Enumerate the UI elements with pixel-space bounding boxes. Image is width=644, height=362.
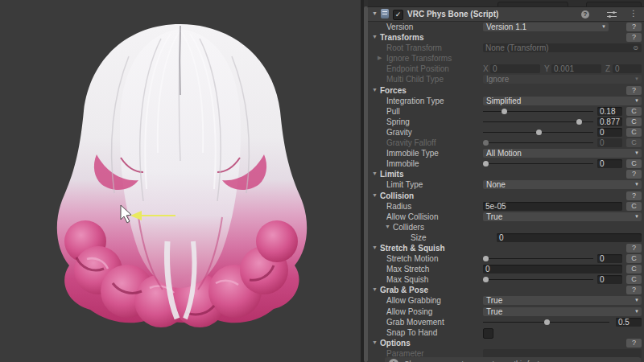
component-header[interactable]: ▼ ✓ VRC Phys Bone (Script) ? ⋮ xyxy=(368,7,644,22)
gravity-falloff-value-field: 0 xyxy=(597,138,622,147)
pull-slider[interactable] xyxy=(483,107,593,116)
foldout-icon[interactable]: ▼ xyxy=(372,34,378,39)
curve-button[interactable]: C xyxy=(626,202,642,211)
foldout-icon[interactable]: ▼ xyxy=(372,192,378,198)
endpoint-z-field[interactable]: 0 xyxy=(613,64,642,73)
partial-field xyxy=(497,2,568,7)
curve-button[interactable]: C xyxy=(626,275,642,284)
chevron-down-icon: ▼ xyxy=(634,75,639,84)
foldout-icon[interactable]: ▼ xyxy=(372,286,378,292)
row-pull: Pull 0.18 C xyxy=(368,106,644,117)
foldout-icon[interactable]: ▼ xyxy=(372,245,378,250)
grab-movement-slider[interactable] xyxy=(483,318,609,327)
help-button[interactable]: ? xyxy=(626,339,642,348)
immobile-value-field[interactable]: 0 xyxy=(597,159,622,168)
presets-icon[interactable] xyxy=(607,11,617,18)
help-button[interactable]: ? xyxy=(626,23,642,31)
unity-editor-window: ▼ ✓ VRC Phys Bone (Script) ? ⋮ Version V… xyxy=(0,0,644,362)
info-icon: ! xyxy=(389,359,398,362)
info-box: ! Choose a parameter name to use this fe… xyxy=(385,357,641,362)
curve-button[interactable]: C xyxy=(626,254,642,263)
colliders-size-field[interactable]: 0 xyxy=(497,233,642,242)
pull-value-field[interactable]: 0.18 xyxy=(597,107,622,116)
kebab-menu-icon[interactable]: ⋮ xyxy=(630,9,638,18)
endpoint-x-field[interactable]: 0 xyxy=(490,64,540,73)
row-immobile: Immobile 0 C xyxy=(368,158,644,169)
foldout-icon[interactable]: ▼ xyxy=(385,224,390,229)
stretch-motion-slider[interactable] xyxy=(483,254,593,263)
foldout-icon[interactable]: ▼ xyxy=(372,87,378,93)
row-allow-collision: Allow Collision True ▼ xyxy=(368,212,644,222)
chevron-down-icon: ▼ xyxy=(634,307,639,316)
row-max-squish: Max Squish 0 C xyxy=(368,274,644,285)
limit-type-dropdown[interactable]: None ▼ xyxy=(483,180,642,189)
max-squish-slider[interactable] xyxy=(483,275,593,284)
partial-field xyxy=(586,2,642,7)
object-picker-icon[interactable]: ⊙ xyxy=(633,43,638,52)
section-limits: ▼ Limits ? xyxy=(368,169,644,179)
version-dropdown[interactable]: Version 1.1 ▼ xyxy=(483,23,609,31)
help-button[interactable]: ? xyxy=(626,286,642,294)
curve-button[interactable]: C xyxy=(626,265,642,274)
section-transforms: ▼ Transforms ? xyxy=(368,32,644,43)
component-title: VRC Phys Bone (Script) xyxy=(407,10,498,19)
help-button[interactable]: ? xyxy=(626,170,642,179)
row-immobile-type: Immobile Type All Motion ▼ xyxy=(368,148,644,158)
allow-posing-dropdown[interactable]: True ▼ xyxy=(483,307,642,316)
grab-movement-value-field[interactable]: 0.5 xyxy=(616,318,642,327)
gravity-slider[interactable] xyxy=(483,128,593,137)
allow-collision-dropdown[interactable]: True ▼ xyxy=(483,212,642,221)
row-gravity: Gravity 0 C xyxy=(368,127,644,138)
row-version: Version Version 1.1 ▼ ? xyxy=(368,22,644,32)
spring-value-field[interactable]: 0.877 xyxy=(597,117,622,126)
section-forces: ▼ Forces ? xyxy=(368,85,644,96)
help-button[interactable]: ? xyxy=(626,191,642,200)
foldout-icon[interactable]: ▼ xyxy=(372,339,378,345)
immobile-type-dropdown[interactable]: All Motion ▼ xyxy=(483,149,642,158)
section-stretch-squish: ▼ Stretch & Squish ? xyxy=(368,243,644,253)
root-transform-object-field[interactable]: None (Transform) ⊙ xyxy=(483,43,642,52)
immobile-slider[interactable] xyxy=(483,159,593,168)
row-integration-type: Integration Type Simplified ▼ xyxy=(368,96,644,106)
spring-slider[interactable] xyxy=(483,117,593,126)
stretch-motion-value-field[interactable]: 0 xyxy=(597,254,622,263)
component-foldout-icon[interactable]: ▼ xyxy=(372,10,378,16)
snap-to-hand-checkbox[interactable] xyxy=(483,328,493,339)
help-button[interactable]: ? xyxy=(626,86,642,95)
script-icon xyxy=(381,9,389,19)
previous-component-partial xyxy=(368,0,644,7)
row-multi-child-type: Multi Child Type Ignore ▼ xyxy=(368,74,644,84)
foldout-icon[interactable]: ▶ xyxy=(378,55,382,61)
section-options: ▼ Options ? xyxy=(368,338,644,348)
curve-button[interactable]: C xyxy=(626,107,642,116)
allow-grabbing-dropdown[interactable]: True ▼ xyxy=(483,296,642,305)
help-button[interactable]: ? xyxy=(626,244,642,253)
chevron-down-icon: ▼ xyxy=(634,180,639,189)
max-squish-value-field[interactable]: 0 xyxy=(597,275,622,284)
row-radius: Radius 5e-05 C xyxy=(368,201,644,212)
help-icon[interactable]: ? xyxy=(581,10,589,19)
endpoint-y-field[interactable]: 0.001 xyxy=(551,64,601,73)
curve-button[interactable]: C xyxy=(626,159,642,168)
gravity-value-field[interactable]: 0 xyxy=(597,128,622,137)
curve-button[interactable]: C xyxy=(626,128,642,137)
component-enabled-checkbox[interactable]: ✓ xyxy=(393,10,403,20)
scene-view[interactable] xyxy=(0,0,361,362)
foldout-icon[interactable]: ▼ xyxy=(372,171,378,176)
radius-value-field[interactable]: 5e-05 xyxy=(483,202,622,211)
integration-type-dropdown[interactable]: Simplified ▼ xyxy=(483,97,642,105)
row-gravity-falloff: Gravity Falloff 0 C xyxy=(368,138,644,148)
gravity-falloff-slider xyxy=(483,138,593,147)
row-limit-type: Limit Type None ▼ xyxy=(368,179,644,190)
max-stretch-value-field[interactable]: 0 xyxy=(483,265,622,274)
multi-child-type-dropdown[interactable]: Ignore ▼ xyxy=(483,75,642,84)
row-allow-posing: Allow Posing True ▼ xyxy=(368,306,644,317)
chevron-down-icon: ▼ xyxy=(634,149,639,158)
row-max-stretch: Max Stretch 0 C xyxy=(368,264,644,274)
curve-button[interactable]: C xyxy=(626,117,642,126)
help-button[interactable]: ? xyxy=(626,33,642,42)
row-grab-movement: Grab Movement 0.5 xyxy=(368,317,644,327)
row-ignore-transforms: ▶ Ignore Transforms xyxy=(368,53,644,64)
curve-button: C xyxy=(626,138,642,147)
row-spring: Spring 0.877 C xyxy=(368,117,644,127)
